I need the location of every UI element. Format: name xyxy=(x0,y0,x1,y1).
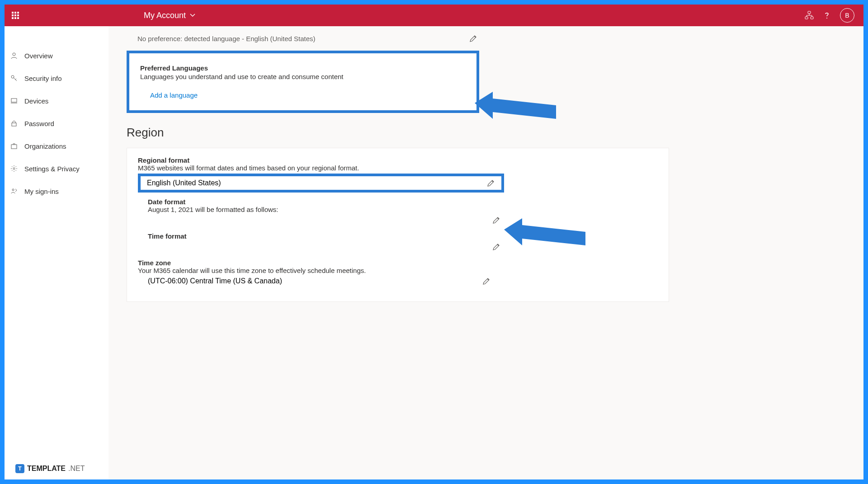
org-chart-icon[interactable] xyxy=(805,11,814,20)
sidebar-item-signins[interactable]: My sign-ins xyxy=(5,180,108,202)
sidebar-item-password[interactable]: Password xyxy=(5,112,108,135)
time-zone-row: (UTC-06:00) Central Time (US & Canada) xyxy=(138,274,491,288)
display-language-row: No preference: detected language - Engli… xyxy=(127,30,488,47)
svg-point-9 xyxy=(13,168,15,169)
time-zone-description: Your M365 calendar will use this time zo… xyxy=(138,267,658,274)
person-icon xyxy=(10,52,18,60)
svg-rect-2 xyxy=(811,17,813,19)
watermark-brand-thin: .NET xyxy=(68,465,85,473)
watermark-logo-icon: T xyxy=(15,464,24,473)
svg-marker-11 xyxy=(475,92,556,119)
svg-rect-7 xyxy=(12,123,16,126)
date-format-title: Date format xyxy=(148,198,658,206)
sidebar-item-label: My sign-ins xyxy=(24,188,59,195)
edit-time-format-button[interactable] xyxy=(492,243,500,251)
chevron-down-icon xyxy=(189,12,196,19)
time-zone-title: Time zone xyxy=(138,259,658,267)
sidebar-item-label: Password xyxy=(24,120,54,127)
pencil-icon xyxy=(469,34,477,42)
sidebar-item-label: Security info xyxy=(24,75,62,82)
preferred-languages-title: Preferred Languages xyxy=(140,64,466,72)
no-preference-text: No preference: detected language - Engli… xyxy=(137,35,316,42)
sidebar-item-label: Overview xyxy=(24,52,53,60)
pencil-icon xyxy=(492,243,500,251)
sidebar-item-overview[interactable]: Overview xyxy=(5,44,108,67)
svg-rect-6 xyxy=(11,99,17,102)
regional-format-value: English (United States) xyxy=(147,179,221,187)
preferred-languages-description: Languages you understand and use to crea… xyxy=(140,73,466,80)
header-title: My Account xyxy=(144,11,186,20)
svg-point-10 xyxy=(12,189,14,191)
svg-rect-1 xyxy=(805,17,808,19)
edit-time-zone-button[interactable] xyxy=(482,277,491,285)
svg-point-4 xyxy=(13,53,15,56)
date-format-row xyxy=(148,213,500,227)
regional-format-block: Regional format M365 websites will forma… xyxy=(138,156,658,193)
pencil-icon xyxy=(487,179,495,187)
svg-rect-0 xyxy=(808,11,811,14)
waffle-icon xyxy=(12,12,19,19)
avatar-initial: B xyxy=(845,12,849,19)
sidebar-item-settings[interactable]: Settings & Privacy xyxy=(5,157,108,180)
app-launcher-button[interactable] xyxy=(5,5,26,26)
sidebar: Overview Security info Devices Password … xyxy=(5,26,108,202)
regional-format-title: Regional format xyxy=(138,156,658,164)
help-icon[interactable] xyxy=(823,11,831,19)
sidebar-item-label: Organizations xyxy=(24,142,66,150)
edit-date-format-button[interactable] xyxy=(492,216,500,224)
date-format-description: August 1, 2021 will be formatted as foll… xyxy=(148,206,658,213)
sidebar-item-security[interactable]: Security info xyxy=(5,67,108,89)
main-content: No preference: detected language - Engli… xyxy=(108,26,863,479)
annotation-arrow-1 xyxy=(475,87,561,128)
add-language-link[interactable]: Add a language xyxy=(150,91,198,99)
preferred-languages-section: Preferred Languages Languages you unders… xyxy=(127,51,479,113)
header-actions: B xyxy=(805,8,863,23)
svg-marker-12 xyxy=(504,218,585,245)
edit-regional-format-button[interactable] xyxy=(487,179,495,187)
sidebar-item-label: Devices xyxy=(24,97,48,105)
sidebar-item-organizations[interactable]: Organizations xyxy=(5,135,108,157)
svg-point-3 xyxy=(826,18,827,19)
annotation-arrow-2 xyxy=(504,214,590,254)
key-icon xyxy=(10,74,18,82)
signin-icon xyxy=(10,187,18,195)
app-frame: My Account B Overview Security info Devi… xyxy=(5,5,863,479)
watermark-brand-bold: TEMPLATE xyxy=(27,465,66,473)
lock-icon xyxy=(10,119,18,127)
header-bar: My Account B xyxy=(5,5,863,26)
time-format-row xyxy=(148,240,500,254)
sidebar-item-devices[interactable]: Devices xyxy=(5,89,108,112)
laptop-icon xyxy=(10,97,18,105)
regional-format-description: M365 websites will format dates and time… xyxy=(138,164,658,172)
regional-format-value-row: English (United States) xyxy=(138,174,504,193)
edit-display-language-button[interactable] xyxy=(469,34,477,42)
svg-rect-8 xyxy=(11,145,17,149)
sidebar-item-label: Settings & Privacy xyxy=(24,165,80,173)
account-dropdown[interactable]: My Account xyxy=(144,11,196,20)
briefcase-icon xyxy=(10,142,18,150)
watermark: T TEMPLATE.NET xyxy=(15,464,85,473)
time-zone-value: (UTC-06:00) Central Time (US & Canada) xyxy=(148,277,282,285)
pencil-icon xyxy=(482,277,491,285)
time-zone-block: Time zone Your M365 calendar will use th… xyxy=(138,259,658,288)
gear-icon xyxy=(10,164,18,173)
pencil-icon xyxy=(492,216,500,224)
user-avatar[interactable]: B xyxy=(840,8,854,23)
